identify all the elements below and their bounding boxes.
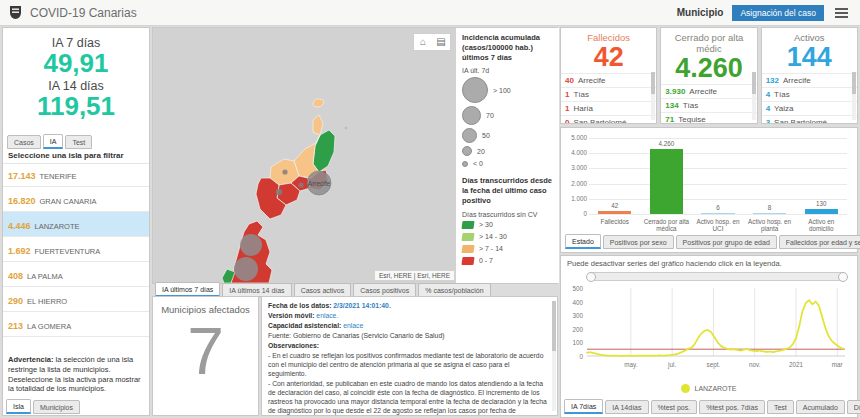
trend-tab-%test-pos-7días[interactable]: %test pos. 7días	[699, 400, 765, 414]
island-count: 408	[8, 271, 23, 281]
island-row-gran-canaria[interactable]: 16.820GRAN CANARIA	[3, 187, 149, 212]
menu-icon[interactable]	[833, 6, 850, 20]
map[interactable]: Arrecife ⌂ ▤ Esri, HERE | Esri, HERE	[153, 28, 456, 283]
legend-icon[interactable]: ▤	[433, 35, 449, 49]
estado-tab-positivos-por-sexo[interactable]: Positivos por sexo	[603, 235, 674, 249]
map-tab-ia-últimos-7-días[interactable]: IA últimos 7 días	[155, 282, 220, 297]
island-name: FUERTEVENTURA	[35, 247, 101, 256]
bar-activo-en-domicilio[interactable]	[805, 209, 838, 214]
island-row-la-palma[interactable]: 408LA PALMA	[3, 262, 149, 287]
municipality-shape[interactable]	[313, 130, 335, 172]
scrollbar[interactable]	[651, 72, 655, 120]
estado-tab-fallecidos-por-edad-y-sexo[interactable]: Fallecidos por edad y sexo	[779, 235, 860, 249]
bar-category-label: Fallecidos	[589, 218, 641, 225]
home-icon[interactable]: ⌂	[415, 35, 431, 49]
legend-hint: Puede desactivar series del gráfico haci…	[567, 259, 782, 268]
scrollbar[interactable]	[752, 72, 756, 120]
status-cards-row: Fallecidos4240Arrecife1Tías1Haría0San Ba…	[560, 27, 858, 124]
metric-tab-casos[interactable]: Casos	[7, 135, 41, 149]
ia-symbol[interactable]	[282, 169, 287, 174]
size-legend-label: IA últ. 7d	[462, 67, 553, 74]
stat-row-arrecife: 132Arrecife	[762, 73, 857, 87]
ia7-trend-chart: 5004003002001000may.jul.sept.nov.2021mar	[561, 286, 859, 382]
stat-row-yaiza: 4Yaiza	[762, 101, 857, 115]
metric-tab-test[interactable]: Test	[65, 135, 92, 149]
bar-activo-hosp-en-planta[interactable]	[753, 213, 786, 215]
bar-gridline	[589, 168, 847, 169]
ia-symbol[interactable]	[234, 257, 258, 281]
map-legend: Incidencia acumulada (casos/100000 hab.)…	[456, 28, 559, 283]
time-range-slider[interactable]	[587, 272, 847, 281]
trend-tab-acumulado[interactable]: Acumulado	[796, 400, 845, 414]
trend-tab-test[interactable]: Test	[767, 400, 794, 414]
island-row-tenerife[interactable]: 17.143TENERIFE	[3, 162, 149, 187]
trend-chart-panel: Puede desactivar series del gráfico haci…	[560, 255, 858, 418]
bar-value-label: 8	[744, 204, 796, 211]
bar-ytick-label: 3.000	[563, 164, 587, 171]
municipality-shape[interactable]	[313, 99, 324, 107]
bar-cerrado-por-alta-médica[interactable]	[650, 149, 683, 214]
stat-row-tías: 4Tías	[762, 87, 857, 101]
stat-card-value: 144	[762, 43, 857, 71]
map-tab-ia-últimos-14-días[interactable]: IA últimos 14 días	[222, 283, 291, 297]
data-notes-panel: Fecha de los datos: 2/3/2021 14:01:40. V…	[261, 296, 558, 416]
ia-symbol[interactable]	[240, 234, 262, 256]
scrollbar[interactable]	[852, 72, 856, 120]
metric-tab-ia[interactable]: IA	[43, 134, 64, 149]
stat-row-teguise: 71Teguise	[661, 112, 756, 124]
lanzarote-trend-svg	[587, 288, 845, 358]
island-row-fuerteventura[interactable]: 1.692FUERTEVENTURA	[3, 237, 149, 262]
size-legend: > 100705020< 0	[462, 77, 553, 168]
days-legend-item: > 7 - 14	[462, 245, 553, 253]
chart-legend[interactable]: LANZAROTE	[561, 384, 857, 393]
lanzarote-series-line	[587, 300, 845, 356]
stat-row-label: Teguise	[678, 115, 706, 124]
color-swatch	[461, 221, 474, 229]
canary-islands-map: Arrecife	[153, 28, 456, 283]
bar-activo-hosp-en-uci[interactable]	[701, 213, 734, 215]
map-tab-casos-activos[interactable]: Casos activos	[294, 283, 352, 297]
line-ytick-label: 400	[565, 299, 583, 306]
stat-row-count: 71	[665, 115, 674, 124]
trend-tab-%test-pos[interactable]: %test pos.	[651, 400, 698, 414]
municipality-shape[interactable]	[313, 115, 323, 135]
trend-tab-ia-14días[interactable]: IA 14días	[605, 400, 648, 414]
island-row-lanzarote[interactable]: 4.446LANZAROTE	[3, 212, 149, 237]
bar-fallecidos[interactable]	[598, 211, 631, 215]
asignacion-del-caso-button[interactable]: Asignación del caso	[732, 5, 824, 21]
slider-left-handle[interactable]	[586, 272, 596, 282]
version-movil-line: Versión móvil: enlace.	[268, 311, 547, 320]
incidence-summary: IA 7 días 49,91 IA 14 días 119,51	[3, 28, 149, 121]
line-xtick-label: jul.	[659, 361, 685, 368]
ia-symbol[interactable]	[298, 182, 303, 187]
estado-tab-positivos-por-grupo-de-edad[interactable]: Positivos por grupo de edad	[676, 235, 777, 249]
trend-tab-diario[interactable]: Diario	[847, 400, 860, 414]
slider-right-handle[interactable]	[838, 272, 848, 282]
stat-row-arrecife: 3.930Arrecife	[661, 84, 756, 98]
stat-row-count: 1	[565, 104, 569, 113]
scope-tab-isla[interactable]: Isla	[6, 399, 31, 414]
island-list: 17.143TENERIFE16.820GRAN CANARIA4.446LAN…	[3, 162, 149, 337]
municipios-afectados-value: 7	[153, 315, 258, 388]
island-count: 17.143	[8, 171, 36, 181]
stat-row-san-bartolomé: 0San Bartolomé	[561, 115, 656, 124]
scrollbar[interactable]	[552, 301, 556, 411]
estado-tab-bar: EstadoPositivos por sexoPositivos por gr…	[565, 231, 860, 249]
stat-row-count: 1	[565, 90, 569, 99]
version-movil-link[interactable]: enlace.	[316, 312, 338, 319]
trend-tab-ia-7días[interactable]: IA 7días	[564, 399, 603, 414]
estado-tab-estado[interactable]: Estado	[565, 234, 601, 249]
ia-symbol[interactable]	[276, 189, 282, 195]
island-row-el-hierro[interactable]: 290EL HIERRO	[3, 287, 149, 312]
island-row-la-gomera[interactable]: 213LA GOMERA	[3, 312, 149, 337]
map-tab-casos-positivos[interactable]: Casos positivos	[353, 283, 416, 297]
scope-tab-municipios[interactable]: Municipios	[33, 400, 80, 414]
island-name: LANZAROTE	[35, 222, 80, 231]
capacidad-link[interactable]: enlace	[343, 322, 363, 329]
island-stats-panel: IA 7 días 49,91 IA 14 días 119,51 CasosI…	[2, 27, 150, 416]
days-legend-item: > 14 - 30	[462, 233, 553, 241]
size-legend-value: 70	[486, 112, 494, 119]
circle-symbol	[462, 128, 477, 143]
map-tab-%-casos-población[interactable]: % casos/población	[418, 283, 490, 297]
days-legend-title: Días transcurridos desde la fecha del úl…	[462, 176, 553, 205]
